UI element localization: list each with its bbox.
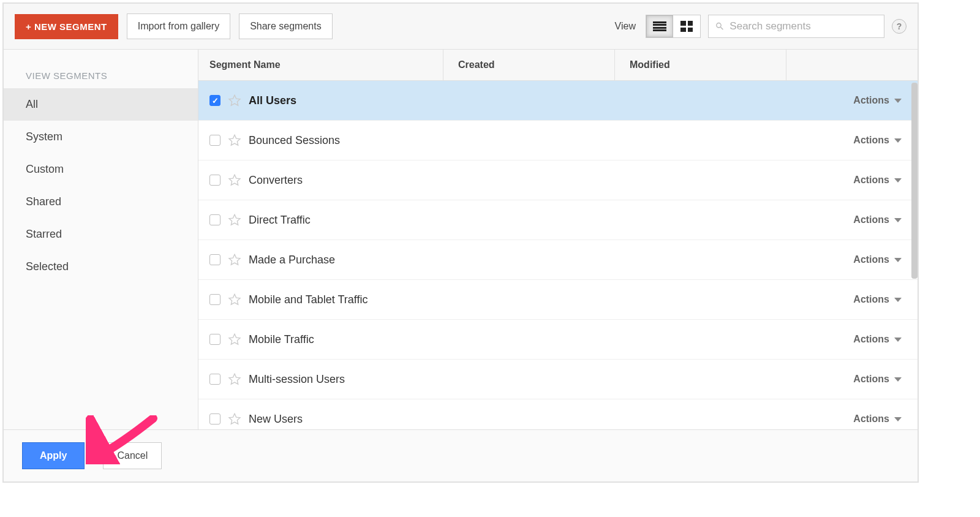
star-icon[interactable] [228, 173, 241, 187]
table-header: Segment Name Created Modified [198, 50, 918, 81]
actions-label: Actions [853, 294, 889, 305]
chevron-down-icon [894, 298, 902, 302]
grid-icon [680, 21, 693, 32]
col-actions [786, 50, 918, 80]
row-checkbox[interactable] [209, 95, 221, 106]
row-checkbox[interactable] [209, 334, 221, 345]
chevron-down-icon [894, 417, 902, 421]
row-actions-menu[interactable]: Actions [853, 95, 918, 106]
segment-name: Made a Purchase [249, 254, 335, 266]
actions-label: Actions [853, 374, 889, 385]
sidebar: VIEW SEGMENTS AllSystemCustomSharedStarr… [4, 50, 198, 429]
segment-name: New Users [249, 413, 303, 426]
star-icon[interactable] [228, 333, 241, 346]
import-gallery-button[interactable]: Import from gallery [127, 13, 230, 39]
sidebar-item-shared[interactable]: Shared [4, 186, 198, 218]
share-segments-button[interactable]: Share segments [239, 13, 333, 39]
actions-label: Actions [853, 254, 889, 265]
segment-name: Mobile and Tablet Traffic [249, 293, 368, 306]
chevron-down-icon [894, 99, 902, 103]
chevron-down-icon [894, 218, 902, 222]
list-icon [653, 21, 666, 31]
actions-label: Actions [853, 413, 889, 425]
row-checkbox[interactable] [209, 374, 221, 385]
footer: Apply Cancel [4, 429, 918, 481]
row-actions-menu[interactable]: Actions [853, 374, 918, 385]
col-segment-name[interactable]: Segment Name [198, 50, 443, 80]
chevron-down-icon [894, 338, 902, 342]
row-actions-menu[interactable]: Actions [853, 175, 918, 186]
segments-table: Segment Name Created Modified All UsersA… [198, 50, 918, 429]
chevron-down-icon [894, 377, 902, 382]
table-row[interactable]: Mobile TrafficActions [198, 320, 918, 360]
help-button[interactable]: ? [892, 19, 907, 34]
table-row[interactable]: Multi-session UsersActions [198, 360, 918, 399]
star-icon[interactable] [228, 293, 241, 306]
sidebar-item-all[interactable]: All [4, 88, 198, 121]
star-icon[interactable] [228, 213, 241, 227]
search-input[interactable] [729, 20, 878, 32]
star-icon[interactable] [228, 412, 241, 426]
actions-label: Actions [853, 95, 889, 106]
vertical-scrollbar[interactable] [911, 83, 918, 279]
star-icon[interactable] [228, 253, 241, 266]
view-list-button[interactable] [646, 15, 673, 37]
row-checkbox[interactable] [209, 413, 221, 425]
sidebar-item-system[interactable]: System [4, 121, 198, 153]
row-checkbox[interactable] [209, 294, 221, 305]
row-actions-menu[interactable]: Actions [853, 334, 918, 345]
row-checkbox[interactable] [209, 135, 221, 146]
sidebar-item-starred[interactable]: Starred [4, 218, 198, 251]
star-icon[interactable] [228, 372, 241, 386]
row-actions-menu[interactable]: Actions [853, 294, 918, 305]
row-checkbox[interactable] [209, 175, 221, 186]
apply-button[interactable]: Apply [22, 442, 85, 469]
table-row[interactable]: Mobile and Tablet TrafficActions [198, 280, 918, 320]
row-actions-menu[interactable]: Actions [853, 254, 918, 265]
table-row[interactable]: New UsersActions [198, 399, 918, 429]
sidebar-heading: VIEW SEGMENTS [4, 70, 198, 88]
table-row[interactable]: Made a PurchaseActions [198, 240, 918, 280]
row-actions-menu[interactable]: Actions [853, 214, 918, 225]
row-actions-menu[interactable]: Actions [853, 413, 918, 425]
star-icon[interactable] [228, 94, 241, 107]
actions-label: Actions [853, 175, 889, 186]
segment-name: Mobile Traffic [249, 333, 314, 346]
segment-name: Multi-session Users [249, 373, 345, 386]
sidebar-item-selected[interactable]: Selected [4, 251, 198, 283]
table-row[interactable]: ConvertersActions [198, 160, 918, 200]
chevron-down-icon [894, 138, 902, 143]
row-checkbox[interactable] [209, 254, 221, 265]
segment-name: Converters [249, 174, 303, 187]
row-actions-menu[interactable]: Actions [853, 135, 918, 146]
search-icon [715, 21, 725, 32]
table-row[interactable]: Direct TrafficActions [198, 200, 918, 240]
chevron-down-icon [894, 258, 902, 262]
segment-toolbar: + NEW SEGMENT Import from gallery Share … [4, 4, 918, 50]
segment-name: Bounced Sessions [249, 134, 340, 147]
actions-label: Actions [853, 214, 889, 225]
cancel-button[interactable]: Cancel [103, 442, 162, 469]
col-modified[interactable]: Modified [615, 50, 786, 80]
chevron-down-icon [894, 178, 902, 183]
segment-name: Direct Traffic [249, 214, 311, 227]
segment-name: All Users [249, 94, 296, 107]
new-segment-button[interactable]: + NEW SEGMENT [15, 14, 118, 39]
view-grid-button[interactable] [673, 15, 700, 37]
actions-label: Actions [853, 334, 889, 345]
col-created[interactable]: Created [443, 50, 615, 80]
star-icon[interactable] [228, 134, 241, 147]
table-row[interactable]: All UsersActions [198, 81, 918, 121]
sidebar-item-custom[interactable]: Custom [4, 153, 198, 186]
view-toggle [646, 15, 701, 38]
search-field[interactable] [708, 15, 884, 38]
row-checkbox[interactable] [209, 214, 221, 225]
view-label: View [615, 21, 636, 32]
actions-label: Actions [853, 135, 889, 146]
table-row[interactable]: Bounced SessionsActions [198, 121, 918, 160]
